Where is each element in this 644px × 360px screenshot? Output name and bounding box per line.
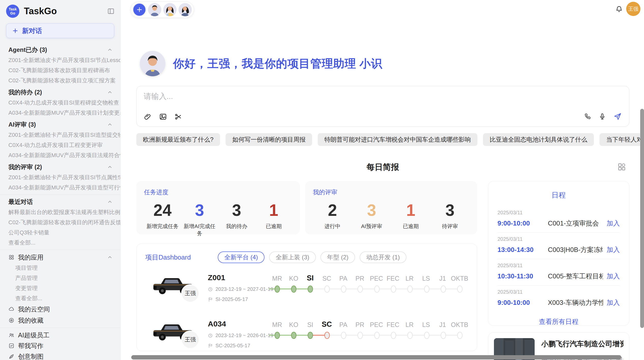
scissors-icon[interactable]: [174, 113, 182, 122]
stat-value: 3: [430, 201, 470, 219]
suggestion-chip[interactable]: 比亚迪全固态电池计划具体说了什么: [483, 133, 594, 146]
view-all-schedule-link[interactable]: 查看所有日程: [497, 317, 620, 326]
sidebar-conversation-item[interactable]: C0X4-动力总成开发项目工程变更评审: [0, 140, 120, 150]
sidebar-conversation-item[interactable]: Z001-全新燃油轻卡产品开发项目SI节点属性5D文件评审: [0, 172, 120, 183]
sidebar-item-cloud-space[interactable]: 我的云空间: [0, 304, 120, 315]
event-name: C005-整车工程目标评审: [548, 272, 603, 281]
sidebar-conversation-item[interactable]: Z001-全新燃油皮卡产品开发项目SI节点Lesson Learn报告: [0, 55, 120, 65]
sidebar-section-header[interactable]: Agent已办 (3): [0, 44, 120, 55]
event-main: 9:00-10:00X003-车辆动力学性能验...加入: [497, 298, 620, 307]
sidebar-item-ai-employee[interactable]: AI超级员工: [0, 330, 120, 340]
vertical-scrollbar[interactable]: [640, 109, 644, 328]
milestone-label: KO: [285, 275, 302, 282]
milestone-dot: [391, 286, 396, 293]
send-icon[interactable]: [613, 112, 622, 122]
stat: 1已逾期: [255, 201, 292, 237]
suggestion-chip[interactable]: 欧洲新规最近颁布了什么?: [136, 133, 220, 146]
my-app-item[interactable]: 产品管理: [0, 273, 120, 283]
join-link[interactable]: 加入: [607, 219, 620, 228]
sidebar-section-header[interactable]: AI评审 (3): [0, 119, 120, 130]
event-main: 9:00-10:00C001-立项审批会加入: [497, 219, 620, 228]
agent-avatar-2[interactable]: [163, 3, 177, 16]
project-row[interactable]: 王强 A034 2023-12-19 ~ 2026-01-19: [145, 318, 468, 351]
sidebar-section-header[interactable]: 最近对话: [0, 197, 120, 207]
sidebar-item-my-apps[interactable]: 我的应用: [0, 252, 120, 263]
sidebar-conversation-item[interactable]: C02-飞腾新能源轻客改款项目里程碑画布: [0, 65, 120, 76]
milestone-label: LR: [401, 275, 418, 282]
milestone-dots: [269, 331, 468, 340]
chevron-up-icon: [107, 89, 113, 95]
dashboard-tab[interactable]: 动总开发 (1): [360, 251, 406, 263]
dashboard-tab[interactable]: 全新上装 (3): [269, 251, 316, 263]
event-name: X003-车辆动力学性能验...: [548, 298, 603, 307]
microphone-icon[interactable]: [598, 113, 606, 121]
project-row[interactable]: 王强 Z001 2023-12-19 ~ 2027-01-19: [145, 271, 468, 309]
dashboard-tab[interactable]: 全新平台 (4): [218, 251, 265, 263]
image-icon[interactable]: [159, 113, 167, 122]
my-apps-items: 项目管理产品管理变更管理查看全部...: [0, 263, 120, 304]
chat-input[interactable]: [144, 91, 622, 106]
dashboard-tab[interactable]: 年型 (2): [320, 251, 355, 263]
suggestion-chips: 欧洲新规最近颁布了什么?如何写一份清晰的项目周报特朗普可能对进口汽车增税会对中国…: [136, 133, 629, 146]
stats-row: 任务进度 24新增完成任务3新增AI完成任务3我的待办1已逾期 我的评审 2进行…: [136, 181, 477, 234]
sidebar-item-creative-drawing[interactable]: 创意制图: [0, 351, 120, 360]
paperclip-icon[interactable]: [144, 113, 152, 122]
phone-icon[interactable]: [584, 113, 591, 121]
suggestion-chip[interactable]: 如何写一份清晰的项目周报: [226, 133, 312, 146]
sidebar-conversation-item[interactable]: A034-全新新能源MUV产品开发项目计划变更表编写: [0, 108, 120, 118]
my-app-item[interactable]: 项目管理: [0, 263, 120, 273]
milestone-label: PEC: [368, 275, 385, 282]
stat-label: 待评审: [430, 223, 470, 230]
milestone-node: [302, 331, 319, 340]
stat-label: 已逾期: [391, 223, 430, 230]
user-avatar[interactable]: 王强: [626, 2, 640, 16]
writing-box-icon: [8, 343, 14, 349]
sidebar-item-favorites[interactable]: 我的收藏: [0, 315, 120, 326]
recent-conversation-item[interactable]: C02-飞腾新能源轻客改款项目的闭环通告反馈情况: [0, 217, 120, 228]
greeting-block: 你好，王强，我是你的项目管理助理 小识: [140, 51, 629, 76]
sidebar-conversation-item[interactable]: C02-飞腾新能源轻客改款项目立项汇报方案: [0, 76, 120, 86]
logo-text-top: Task: [9, 7, 17, 11]
recent-conversation-item[interactable]: 查看全部...: [0, 238, 120, 248]
divider: [0, 194, 120, 195]
suggestion-chip[interactable]: 当下年轻人对汽车外观有怎样的喜好趋势: [599, 133, 644, 146]
dashboard-header: 项目Dashboard 全新平台 (4)全新上装 (3)年型 (2)动总开发 (…: [145, 251, 468, 263]
topbar: 王强: [121, 0, 644, 19]
new-chat-button[interactable]: 新对话: [6, 23, 114, 38]
stat-label: 进行中: [313, 223, 352, 230]
sidebar-section-header[interactable]: 我的评审 (2): [0, 162, 120, 172]
join-link[interactable]: 加入: [607, 272, 620, 281]
suggestion-chip[interactable]: 特朗普可能对进口汽车增税会对中国车企造成哪些影响: [318, 133, 477, 146]
sidebar: Task Go TaskGo 新对话 Agent已办 (3)Z001-全新燃油皮…: [0, 0, 121, 360]
collapse-sidebar-icon[interactable]: [107, 7, 115, 15]
my-app-item[interactable]: 变更管理: [0, 283, 120, 293]
my-app-item[interactable]: 查看全部...: [0, 293, 120, 304]
milestone-node: [402, 331, 418, 340]
milestone-label: LS: [418, 275, 434, 282]
sidebar-section-header[interactable]: 我的待办 (2): [0, 87, 120, 98]
recent-conversation-item[interactable]: 解释最新出台的欧盟报废车法规再生塑料比例被调至15%...: [0, 207, 120, 217]
join-link[interactable]: 加入: [607, 245, 620, 254]
milestone-node: [369, 285, 385, 293]
notification-bell-icon[interactable]: [615, 5, 623, 13]
chevron-up-icon: [107, 47, 113, 53]
stat-value: 3: [181, 201, 218, 219]
recent-conversation-item[interactable]: 公司Q3轻卡销量: [0, 228, 120, 238]
agent-avatar-3[interactable]: [179, 3, 192, 16]
milestone-node: [385, 331, 402, 340]
sidebar-conversation-item[interactable]: A034-全新新能源MUV产品开发项目造型可行性评审: [0, 183, 120, 193]
join-link[interactable]: 加入: [607, 298, 620, 307]
horizontal-scrollbar[interactable]: [131, 355, 621, 359]
sidebar-conversation-item[interactable]: Z001-全新燃油轻卡产品开发项目SI造型提交物评审: [0, 130, 120, 140]
sidebar-item-help-write[interactable]: 帮我写作: [0, 340, 120, 351]
project-media: 王强: [145, 271, 202, 309]
agent-avatar-1[interactable]: [148, 3, 161, 16]
sidebar-conversation-item[interactable]: A034-全新新能源MUV产品开发项目法规符合性评审: [0, 150, 120, 160]
event-date: 2025/03/11: [497, 263, 620, 268]
milestone-timeline: MRKOSISCPAPRPECFECLRLSJ1OKTB: [269, 271, 468, 309]
sidebar-conversation-item[interactable]: C0X4-动力总成开发项目SI里程碑提交物检查: [0, 98, 120, 108]
add-agent-button[interactable]: [133, 3, 146, 16]
sidebar-section-title: 我的待办 (2): [8, 88, 107, 96]
layout-grid-icon[interactable]: [617, 162, 626, 171]
date-range: 2023-12-19 ~ 2026-01-19: [215, 333, 273, 338]
